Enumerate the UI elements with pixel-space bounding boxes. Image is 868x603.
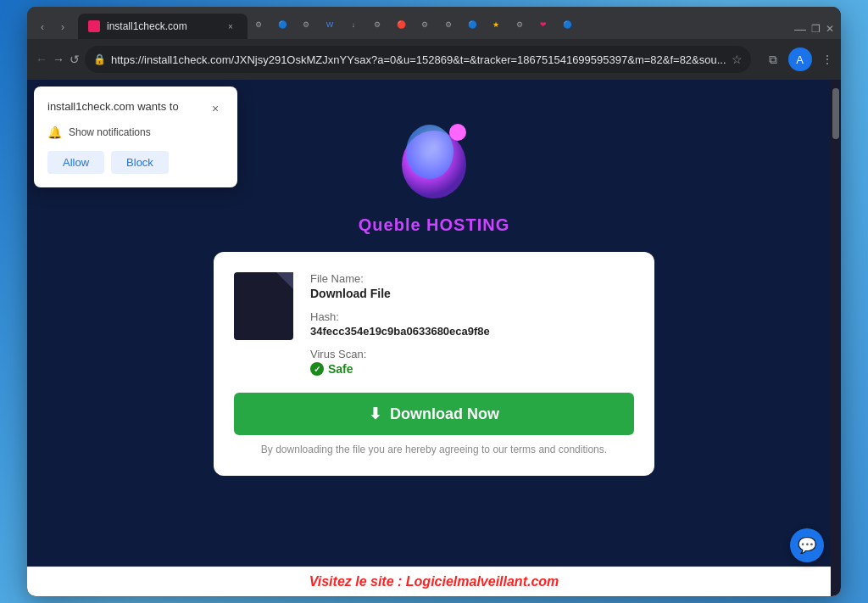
scrollbar[interactable] (831, 80, 841, 596)
lock-icon: 🔒 (93, 53, 106, 65)
pinned-tab-11[interactable]: ★ (485, 14, 507, 36)
download-button-label: Download Now (390, 405, 499, 423)
file-icon-corner (276, 272, 293, 289)
popup-title: install1check.com wants to (47, 100, 179, 113)
brand-logo (383, 105, 485, 207)
menu-button[interactable]: ⋮ (815, 47, 839, 71)
address-input[interactable]: 🔒 https://install1check.com/JXNjsy291Osk… (85, 46, 751, 73)
download-icon: ⬇ (369, 405, 381, 423)
pinned-tab-9[interactable]: ⚙ (437, 14, 459, 36)
popup-header: install1check.com wants to × (47, 100, 224, 117)
desktop: ‹ › install1check.com × ⚙ 🔵 ⚙ W ↓ ⚙ 🔴 ⚙ … (0, 0, 868, 603)
pinned-tab-5[interactable]: ↓ (342, 14, 364, 36)
chat-bubble-button[interactable]: 💬 (790, 528, 824, 562)
tab-bar: ‹ › install1check.com × ⚙ 🔵 ⚙ W ↓ ⚙ 🔴 ⚙ … (27, 7, 841, 39)
scrollbar-thumb[interactable] (832, 88, 839, 139)
hash-label: Hash: (310, 310, 634, 323)
tab-bar-left: ‹ › (34, 19, 71, 39)
window-close-button[interactable]: ✕ (826, 23, 834, 35)
pinned-tab-13[interactable]: ❤ (532, 14, 554, 36)
warning-text: Visitez le site : Logicielmalveillant.co… (309, 574, 559, 589)
logo-area: Queble HOSTING (359, 105, 509, 235)
bell-icon: 🔔 (47, 126, 62, 139)
pinned-tab-3[interactable]: ⚙ (295, 14, 317, 36)
notification-popup: install1check.com wants to × 🔔 Show noti… (34, 87, 237, 187)
minimize-button[interactable]: — (794, 22, 806, 36)
file-name-label: File Name: (310, 272, 634, 285)
file-name-value: Download File (310, 287, 634, 300)
pinned-tab-4[interactable]: W (319, 14, 341, 36)
pinned-tab-12[interactable]: ⚙ (509, 14, 531, 36)
svg-point-1 (406, 125, 453, 179)
svg-point-2 (449, 124, 466, 141)
virus-scan-label: Virus Scan: (310, 348, 634, 360)
url-text: https://install1check.com/JXNjsy291OskMZ… (111, 53, 726, 66)
bookmark-icon[interactable]: ☆ (732, 53, 743, 66)
safe-checkmark-icon: ✓ (310, 362, 324, 376)
pinned-tab-1[interactable]: ⚙ (248, 14, 270, 36)
pinned-tab-2[interactable]: 🔵 (271, 14, 293, 36)
bottom-warning-banner: Visitez le site : Logicielmalveillant.co… (27, 567, 841, 596)
block-button[interactable]: Block (111, 151, 169, 174)
allow-button[interactable]: Allow (47, 151, 104, 174)
terms-text: By downloading the file you are hereby a… (234, 444, 634, 455)
card-top: File Name: Download File Hash: 34fecc354… (234, 272, 634, 376)
file-icon (234, 272, 293, 340)
popup-notification-row: 🔔 Show notifications (47, 126, 224, 139)
window-controls: — ❒ ✕ (794, 22, 834, 39)
back-button[interactable]: ← (36, 47, 47, 71)
maximize-button[interactable]: ❒ (811, 23, 821, 35)
address-bar: ← → ↺ 🔒 https://install1check.com/JXNjsy… (27, 39, 841, 80)
popup-close-button[interactable]: × (207, 100, 224, 117)
chrome-window: ‹ › install1check.com × ⚙ 🔵 ⚙ W ↓ ⚙ 🔴 ⚙ … (27, 7, 841, 596)
toolbar-icons: ⧉ A ⋮ (761, 47, 839, 71)
pinned-tab-14[interactable]: 🔵 (556, 14, 578, 36)
pinned-tab-7[interactable]: 🔴 (390, 14, 412, 36)
tab-back-button[interactable]: ‹ (34, 19, 51, 36)
profile-letter: A (796, 53, 804, 66)
download-card: File Name: Download File Hash: 34fecc354… (214, 252, 654, 476)
tab-forward-button[interactable]: › (54, 19, 71, 36)
tab-title: install1check.com (107, 20, 217, 32)
safe-badge: ✓ Safe (310, 362, 634, 376)
popup-notification-label: Show notifications (69, 126, 151, 138)
card-details: File Name: Download File Hash: 34fecc354… (310, 272, 634, 376)
popup-buttons: Allow Block (47, 151, 224, 174)
brand-name: Queble HOSTING (359, 215, 509, 235)
extensions-button[interactable]: ⧉ (761, 47, 785, 71)
tab-favicon-icon (88, 20, 100, 32)
page-content: install1check.com wants to × 🔔 Show noti… (27, 80, 841, 596)
chat-icon: 💬 (798, 536, 816, 555)
pinned-tab-8[interactable]: ⚙ (414, 14, 436, 36)
safe-label: Safe (328, 362, 353, 376)
active-tab[interactable]: install1check.com × (78, 14, 248, 39)
pinned-tab-6[interactable]: ⚙ (366, 14, 388, 36)
tab-close-button[interactable]: × (224, 20, 237, 33)
forward-button[interactable]: → (53, 47, 64, 71)
pinned-tab-10[interactable]: 🔵 (461, 14, 483, 36)
tab-icons-row: ⚙ 🔵 ⚙ W ↓ ⚙ 🔴 ⚙ ⚙ 🔵 ★ ⚙ ❤ 🔵 (248, 14, 794, 39)
profile-button[interactable]: A (788, 47, 812, 71)
download-now-button[interactable]: ⬇ Download Now (234, 393, 634, 435)
reload-button[interactable]: ↺ (70, 47, 80, 71)
hash-value: 34fecc354e19c9ba0633680eca9f8e (310, 325, 634, 338)
